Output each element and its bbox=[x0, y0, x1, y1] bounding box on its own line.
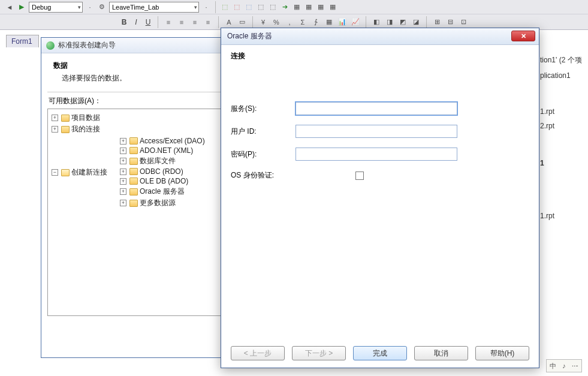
tree-node[interactable]: +Access/Excel (DAO) bbox=[120, 137, 205, 145]
chart-line-icon[interactable]: 📈 bbox=[351, 17, 360, 27]
cancel-button[interactable]: 取消 bbox=[414, 346, 468, 360]
tree-label: OLE DB (ADO) bbox=[140, 177, 188, 185]
folder-icon bbox=[129, 168, 138, 175]
toolbar-divider bbox=[366, 16, 366, 28]
tree-node[interactable]: +数据库文件 bbox=[120, 156, 205, 166]
file-item[interactable]: 1.rpt bbox=[540, 212, 588, 220]
tool-icon[interactable]: ⬚ bbox=[232, 2, 242, 12]
toolbar-divider bbox=[218, 16, 219, 28]
italic-button[interactable]: I bbox=[132, 18, 140, 26]
tool-icon[interactable]: ▦ bbox=[292, 2, 301, 12]
tool-icon[interactable]: ◪ bbox=[411, 17, 421, 27]
tree-node[interactable]: +ODBC (RDO) bbox=[120, 167, 205, 176]
tool-icon[interactable]: ▦ bbox=[328, 2, 337, 12]
expand-icon[interactable]: + bbox=[120, 158, 126, 164]
tree-label: 创建新连接 bbox=[71, 167, 107, 178]
tool-icon[interactable]: ⊞ bbox=[432, 17, 442, 27]
tool-icon[interactable]: ⬚ bbox=[268, 2, 278, 12]
wizard-title-text: 标准报表创建向导 bbox=[58, 40, 116, 50]
folder-icon bbox=[61, 126, 70, 133]
prev-button[interactable]: < 上一步 bbox=[231, 346, 285, 360]
tool-icon[interactable]: ⬚ bbox=[244, 2, 254, 12]
file-item[interactable]: 1 bbox=[540, 159, 588, 167]
ime-more-icon: ᠁ bbox=[572, 362, 578, 369]
folder-icon bbox=[129, 200, 138, 207]
tool-icon[interactable]: ◧ bbox=[372, 17, 381, 27]
tree-label: 更多数据源 bbox=[140, 198, 176, 208]
tool-icon[interactable]: ⊟ bbox=[445, 17, 455, 27]
tool-icon[interactable]: ⬚ bbox=[256, 2, 266, 12]
folder-icon bbox=[129, 147, 138, 154]
file-item[interactable]: 1.rpt bbox=[540, 107, 588, 116]
align-justify-icon[interactable]: ≡ bbox=[203, 17, 213, 27]
tree-label: ODBC (RDO) bbox=[140, 167, 183, 176]
tree-label: ADO.NET (XML) bbox=[140, 146, 193, 155]
help-button[interactable]: 帮助(H) bbox=[475, 346, 529, 360]
build-config-combo[interactable]: Debug bbox=[29, 2, 83, 13]
wizard-icon bbox=[46, 41, 55, 50]
folder-open-icon bbox=[61, 169, 70, 176]
border-icon[interactable]: ▭ bbox=[237, 17, 247, 27]
expand-icon[interactable]: + bbox=[120, 188, 126, 195]
tool-icon[interactable]: ⊡ bbox=[459, 17, 468, 27]
folder-icon bbox=[129, 178, 138, 185]
service-label: 服务(S): bbox=[231, 104, 291, 114]
chart-bar-icon[interactable]: 📊 bbox=[337, 17, 347, 27]
oracle-titlebar[interactable]: Oracle 服务器 ✕ bbox=[221, 28, 539, 45]
ime-indicator[interactable]: 中 ♪ ᠁ bbox=[546, 359, 582, 372]
password-input[interactable] bbox=[295, 148, 457, 161]
arrow-right-icon[interactable]: ➔ bbox=[280, 2, 290, 12]
tool-icon[interactable]: ◨ bbox=[385, 17, 394, 27]
close-button[interactable]: ✕ bbox=[511, 31, 535, 41]
startup-project-combo[interactable]: LeaveTime_Lab bbox=[109, 2, 199, 13]
document-tab[interactable]: Form1 bbox=[6, 35, 39, 47]
tree-node[interactable]: +更多数据源 bbox=[120, 198, 205, 208]
ime-lang: 中 bbox=[550, 362, 556, 371]
expand-icon[interactable]: + bbox=[120, 148, 126, 154]
expand-icon[interactable]: + bbox=[120, 200, 126, 206]
finish-button[interactable]: 完成 bbox=[353, 346, 407, 360]
expand-icon[interactable]: + bbox=[120, 138, 126, 145]
bold-button[interactable]: B bbox=[120, 18, 128, 26]
underline-button[interactable]: U bbox=[144, 18, 152, 26]
grid-icon[interactable]: ▦ bbox=[324, 17, 334, 27]
align-center-icon[interactable]: ≡ bbox=[177, 17, 186, 27]
currency-icon[interactable]: ¥ bbox=[258, 17, 268, 27]
font-color-icon[interactable]: A bbox=[224, 17, 234, 27]
tree-node[interactable]: +OLE DB (ADO) bbox=[120, 177, 205, 185]
folder-icon bbox=[129, 158, 138, 165]
userid-label: 用户 ID: bbox=[231, 127, 291, 137]
tool-icon[interactable]: ▦ bbox=[304, 2, 313, 12]
oracle-title-text: Oracle 服务器 bbox=[227, 31, 272, 41]
osauth-checkbox[interactable] bbox=[355, 172, 364, 180]
toolbar-divider bbox=[426, 16, 427, 28]
history-back-icon[interactable]: ◄ bbox=[5, 2, 14, 12]
align-right-icon[interactable]: ≡ bbox=[190, 17, 200, 27]
expand-icon[interactable]: + bbox=[120, 169, 126, 175]
solution-text: tion1' (2 个项 bbox=[540, 55, 588, 65]
align-left-icon[interactable]: ≡ bbox=[164, 17, 173, 27]
function-icon[interactable]: ∱ bbox=[311, 17, 321, 27]
expand-icon[interactable]: + bbox=[52, 126, 58, 133]
expand-icon[interactable]: + bbox=[52, 115, 58, 121]
tool-icon[interactable]: ▦ bbox=[316, 2, 325, 12]
tree-node[interactable]: +ADO.NET (XML) bbox=[120, 146, 205, 155]
tree-label: 数据库文件 bbox=[140, 156, 176, 166]
tree-label: Oracle 服务器 bbox=[140, 187, 185, 197]
comma-icon[interactable]: , bbox=[285, 17, 294, 27]
collapse-icon[interactable]: − bbox=[52, 169, 58, 176]
tree-node[interactable]: +Oracle 服务器 bbox=[120, 187, 205, 197]
tool-icon[interactable]: ◩ bbox=[398, 17, 408, 27]
service-input[interactable] bbox=[295, 102, 457, 115]
tree-label: 项目数据 bbox=[71, 113, 100, 123]
tool-icon[interactable]: ⬚ bbox=[220, 2, 230, 12]
userid-input[interactable] bbox=[295, 125, 457, 138]
next-button[interactable]: 下一步 > bbox=[292, 346, 346, 360]
percent-icon[interactable]: % bbox=[272, 17, 281, 27]
file-item[interactable]: 2.rpt bbox=[540, 122, 588, 130]
main-toolbar: ◄ ▶ Debug · ⚙ LeaveTime_Lab · ⬚ ⬚ ⬚ ⬚ ⬚ … bbox=[0, 0, 588, 30]
run-icon[interactable]: ▶ bbox=[17, 2, 26, 12]
expand-icon[interactable]: + bbox=[120, 178, 126, 185]
sigma-icon[interactable]: Σ bbox=[298, 17, 307, 27]
settings-icon[interactable]: ⚙ bbox=[97, 2, 107, 12]
